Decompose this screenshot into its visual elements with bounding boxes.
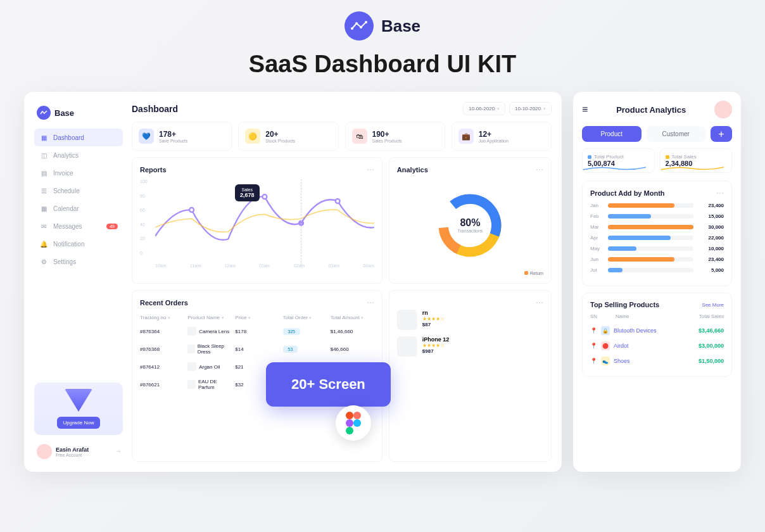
- list-item[interactable]: rn ★★★★☆ $87: [397, 310, 543, 330]
- svg-point-0: [351, 27, 353, 30]
- date-from-picker[interactable]: 10-06-2020▾: [463, 102, 505, 115]
- more-icon[interactable]: ⋯: [536, 165, 543, 174]
- brand-logo: Base: [0, 11, 765, 41]
- stat-value: 20+: [265, 130, 295, 139]
- avatar: [37, 444, 52, 459]
- see-more-link[interactable]: See More: [702, 302, 724, 308]
- tab-product[interactable]: Product: [582, 126, 642, 142]
- more-icon[interactable]: ⋯: [716, 189, 724, 198]
- star-rating: ★★★★☆: [422, 316, 445, 322]
- stat-icon: 🟡: [245, 129, 260, 144]
- product-icon: 👟: [601, 357, 610, 365]
- product-thumb: [187, 327, 196, 336]
- sidebar-item-messages[interactable]: ✉ Messages 49: [34, 217, 123, 235]
- product-icon: 🔒: [601, 326, 610, 335]
- stat-label: Sales Products: [372, 139, 402, 143]
- nav-label: Analytics: [53, 152, 79, 159]
- list-item[interactable]: 📍 🔒 Blutooth Devices $3,46,660: [590, 323, 724, 338]
- logo-icon: [37, 106, 51, 120]
- reports-card: Reports ⋯ 100806040200: [132, 157, 382, 284]
- star-rating: ★★★★☆: [422, 343, 450, 348]
- svg-point-2: [360, 26, 362, 28]
- stat-value: 12+: [479, 130, 509, 139]
- analytics-legend: Return: [397, 271, 543, 276]
- nav-label: Invoice: [53, 170, 73, 177]
- sidebar-item-calendar[interactable]: ▦ Calendar: [34, 200, 123, 217]
- invoice-icon: ▤: [39, 168, 48, 177]
- user-profile[interactable]: Easin Arafat Free Account ⇥: [34, 441, 123, 462]
- pin-icon: 📍: [590, 358, 597, 364]
- svg-point-3: [365, 21, 367, 23]
- avatar[interactable]: [714, 101, 732, 118]
- chart-tooltip: Sales 2,678: [235, 184, 260, 201]
- sidebar-item-invoice[interactable]: ▤ Invoice: [34, 164, 123, 182]
- add-button[interactable]: +: [711, 126, 732, 142]
- user-name: Easin Arafat: [56, 446, 89, 453]
- page-title: Dashboard: [132, 104, 178, 114]
- sidebar-brand: Base: [54, 108, 74, 118]
- sidebar-item-schedule[interactable]: ☰ Schedule: [34, 182, 123, 200]
- sidebar-item-dashboard[interactable]: ▦ Dashboard: [34, 129, 123, 146]
- analytics-card: Analytics ⋯ 80% Transactions: [389, 157, 552, 284]
- stat-icon: 💙: [139, 129, 154, 144]
- month-bar-row: Jun 23,400: [590, 256, 724, 262]
- table-row[interactable]: #876368 Black Sleep Dress $14 53 $46,660: [140, 339, 374, 358]
- sidebar-item-notification[interactable]: 🔔 Notification: [34, 235, 123, 253]
- stat-label: Stock Products: [265, 139, 295, 143]
- sidebar-item-settings[interactable]: ⚙ Settings: [34, 253, 123, 270]
- upgrade-card: Upgrade Now: [34, 383, 123, 435]
- upgrade-button[interactable]: Upgrade Now: [57, 417, 101, 429]
- stat-card: 💙 178+ Save Products: [132, 122, 232, 151]
- table-row[interactable]: #876364 Camera Lens $178 325 $1,46,660: [140, 323, 374, 339]
- more-icon[interactable]: ⋯: [367, 165, 374, 174]
- brand-name: Base: [381, 16, 420, 36]
- product-thumb: [397, 336, 417, 357]
- stat-icon: 🛍: [352, 129, 367, 144]
- top-products-card: Top Selling Products See More SN Name To…: [582, 293, 732, 377]
- main-content: Dashboard 10-06-2020▾ 10-10-2020▾ 💙 178+…: [132, 102, 552, 462]
- sidebar: Base ▦ Dashboard ◫ Analytics ▤ Invoice ☰…: [34, 102, 123, 462]
- date-to-picker[interactable]: 10-10-2020▾: [509, 102, 552, 115]
- stat-value: 178+: [159, 130, 188, 139]
- logo-icon: [345, 11, 374, 41]
- nav-label: Calendar: [53, 205, 79, 212]
- sidebar-item-analytics[interactable]: ◫ Analytics: [34, 146, 123, 164]
- month-chart-title: Product Add by Month: [590, 189, 665, 197]
- mobile-stat-card: Total Sales 2,34,880: [660, 148, 733, 173]
- top-products-title: Top Selling Products: [590, 301, 659, 308]
- pin-icon: 📍: [590, 327, 597, 334]
- logout-icon[interactable]: ⇥: [117, 449, 120, 454]
- menu-icon[interactable]: ≡: [582, 104, 588, 115]
- nav-label: Notification: [53, 241, 84, 248]
- bell-icon: 🔔: [39, 239, 48, 248]
- svg-point-5: [262, 194, 267, 199]
- analytics-label: Transactions: [458, 229, 483, 233]
- tab-customer[interactable]: Customer: [647, 126, 706, 142]
- analytics-percent: 80%: [458, 217, 483, 229]
- month-chart-card: Product Add by Month ⋯ Jan 23,400 Feb 15…: [582, 180, 732, 286]
- calendar-icon: ▦: [39, 204, 48, 213]
- product-thumb: [397, 310, 417, 330]
- month-bar-row: Jul 5,000: [590, 267, 724, 273]
- svg-point-13: [353, 412, 361, 419]
- stat-card: 🛍 190+ Sales Products: [345, 122, 445, 151]
- nav-label: Dashboard: [53, 134, 84, 141]
- list-item[interactable]: 📍 🔴 Airdot $3,00,000: [590, 338, 724, 353]
- more-icon[interactable]: ⋯: [397, 298, 543, 307]
- list-item[interactable]: iPhone 12 ★★★★☆ $987: [397, 336, 543, 357]
- mobile-title: Product Analytics: [616, 105, 686, 115]
- schedule-icon: ☰: [39, 186, 48, 195]
- analytics-title: Analytics: [397, 166, 428, 174]
- svg-point-15: [353, 419, 361, 427]
- svg-point-7: [336, 199, 340, 203]
- more-icon[interactable]: ⋯: [367, 298, 374, 307]
- hero-title: SaaS Dashboard UI KIT: [0, 51, 765, 78]
- reports-title: Reports: [140, 166, 167, 174]
- nav-label: Messages: [53, 223, 82, 230]
- user-subtitle: Free Account: [56, 453, 89, 457]
- chart-icon: ◫: [39, 151, 48, 160]
- funnel-icon: [65, 389, 92, 412]
- list-item[interactable]: 📍 👟 Shoes $1,50,000: [590, 353, 724, 369]
- product-thumb: [187, 380, 196, 389]
- month-bar-row: Apr 22,000: [590, 235, 724, 241]
